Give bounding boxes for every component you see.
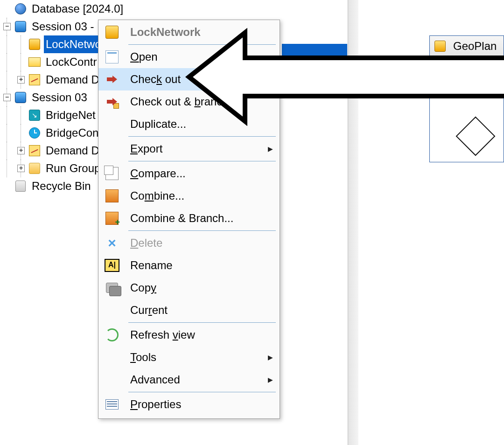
indent [0,160,14,177]
menu-checkout[interactable]: Check out [98,68,280,90]
menu-label: Delete [124,236,275,250]
menu-label: Properties [124,398,275,411]
tree-label: Demand D [44,71,101,89]
bin-icon [14,180,27,193]
copy-icon [100,283,124,293]
menu-separator [128,322,276,323]
compare-icon [100,167,124,180]
menu-copy[interactable]: Copy [98,277,280,299]
menu-label: Advanced [124,373,275,386]
session-icon [14,91,27,104]
expand-toggle[interactable]: + [14,142,28,160]
open-icon [100,50,124,63]
indent [0,35,14,53]
combine-branch-icon [100,212,124,225]
menu-label: Copy [124,281,275,294]
menu-separator [128,136,276,137]
collapse-toggle[interactable]: − [0,18,14,35]
menu-label: Rename [124,259,275,272]
tree-label: Database [2024.0] [30,0,125,18]
geoplan-titlebar[interactable]: GeoPlan [430,36,504,57]
clock-icon [28,126,41,139]
menu-label: Check out [124,73,275,86]
context-menu: LockNetwork Open Check out Check out & b… [98,20,280,419]
properties-icon [100,399,124,410]
indent [0,124,14,142]
menu-label: Tools [124,351,275,364]
pane-splitter[interactable] [348,0,358,445]
menu-advanced[interactable]: Advanced [98,369,280,391]
menu-rename[interactable]: A| Rename [98,254,280,277]
menu-label: Duplicate... [124,118,275,131]
tree-label: Demand D [44,142,101,160]
menu-separator [128,392,276,392]
checkout-branch-icon [100,95,124,108]
menu-label: Export [124,142,275,155]
checkout-icon [100,73,124,86]
combine-icon [100,189,124,202]
delete-icon: × [100,238,124,248]
node-marker-icon [456,117,496,156]
tree-label: Run Group [44,160,102,177]
menu-delete: × Delete [98,232,280,254]
expand-toggle[interactable]: + [14,71,28,89]
tree-label: Session 03 - L [30,18,105,35]
menu-label: Current [124,304,275,317]
menu-separator [128,161,276,161]
menu-refresh[interactable]: Refresh view [98,324,280,346]
rungroup-icon [28,162,41,175]
expand-toggle[interactable]: + [14,160,28,177]
tree-label: LockContr [44,53,98,71]
blank [14,124,28,142]
tree-label: Recycle Bin [30,177,93,195]
demand-icon [28,73,41,86]
tree-label: BridgeNet [44,106,98,124]
indent [0,142,14,160]
network-icon [434,40,447,53]
demand-icon [28,144,41,157]
bridge-icon: ↘ [28,109,41,122]
session-icon [14,20,27,33]
menu-tools[interactable]: Tools [98,346,280,369]
menu-current[interactable]: Current [98,299,280,321]
tree-label: BridgeCon [44,124,100,142]
menu-properties[interactable]: Properties [98,393,280,416]
menu-label: Compare... [124,167,275,180]
menu-combine[interactable]: Combine... [98,185,280,207]
geoplan-window: GeoPlan [429,35,504,162]
rename-icon: A| [100,259,124,272]
menu-combine-branch[interactable]: Combine & Branch... [98,207,280,229]
menu-title: LockNetwork [124,26,275,39]
indent [0,53,14,71]
menu-label: Combine & Branch... [124,212,275,225]
collapse-toggle[interactable]: − [0,89,14,106]
indent [0,106,14,124]
database-icon [14,2,27,15]
menu-duplicate[interactable]: Duplicate... [98,113,280,135]
blank [14,53,28,71]
tree-label: Session 03 [30,89,89,106]
refresh-icon [100,328,124,341]
menu-open[interactable]: Open [98,46,280,68]
blank [14,106,28,124]
menu-checkout-branch[interactable]: Check out & branch [98,90,280,113]
tree-node-database[interactable]: Database [2024.0] [0,0,345,18]
menu-header: LockNetwork [98,21,280,43]
blank [0,0,14,18]
network-icon [100,26,124,39]
control-icon [28,56,41,69]
menu-label: Check out & branch [124,95,275,108]
blank [0,177,14,195]
menu-compare[interactable]: Compare... [98,162,280,185]
menu-label: Combine... [124,189,275,202]
menu-separator [128,230,276,231]
tree-label: LockNetwo [44,35,103,53]
blank [14,35,28,53]
network-icon [28,38,41,51]
menu-export[interactable]: Export [98,138,280,160]
selection-highlight [282,44,347,59]
menu-separator [128,44,276,45]
indent [0,71,14,89]
geoplan-canvas[interactable] [430,57,504,162]
menu-label: Refresh view [124,328,275,341]
